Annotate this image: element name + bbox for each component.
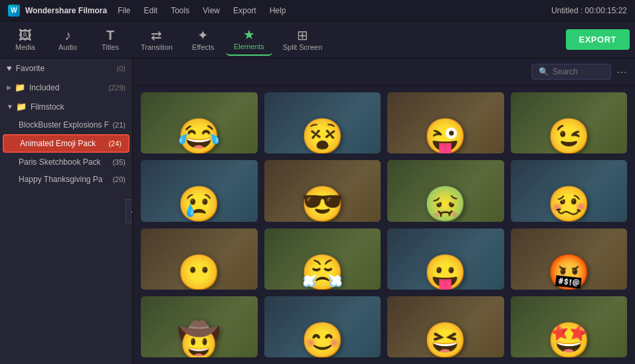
menu-export[interactable]: Export <box>228 5 262 17</box>
menu-view[interactable]: View <box>197 5 225 17</box>
search-box[interactable]: 🔍 <box>531 64 611 80</box>
happy-thanksgiving-count: (20) <box>112 175 126 183</box>
grid-item-3[interactable]: 😜Animated Emoji Pack Ele... <box>387 92 504 153</box>
sidebar-item-filmstock[interactable]: ▼ 📁 Filmstock <box>0 97 132 116</box>
splitscreen-icon: ⊞ <box>297 29 308 42</box>
main-area: ♥ Favorite (0) ▶ 📁 Included (229) ▼ 📁 Fi… <box>0 58 635 364</box>
audio-icon: ♪ <box>64 29 71 42</box>
grid-item-4[interactable]: 😉Animated Emoji Pack Ele... <box>511 92 628 153</box>
tool-titles[interactable]: T Titles <box>90 25 130 55</box>
grid-view-icon[interactable]: ⋯ <box>616 66 627 78</box>
sidebar-item-favorite[interactable]: ♥ Favorite (0) <box>0 58 132 78</box>
emoji-graphic: 😊 <box>301 323 344 357</box>
titles-label: Titles <box>102 43 119 51</box>
tool-media[interactable]: 🖼 Media <box>5 25 45 55</box>
tool-elements[interactable]: ★ Elements <box>226 24 272 56</box>
grid-item-8[interactable]: 🥴Animated Emoji Pack Ele... <box>511 160 628 221</box>
emoji-graphic: 😂 <box>177 119 221 153</box>
blockbuster-count: (21) <box>112 121 126 129</box>
tool-audio[interactable]: ♪ Audio <box>48 25 88 55</box>
menu-edit[interactable]: Edit <box>138 5 163 17</box>
emoji-graphic: 🤢 <box>424 187 467 221</box>
titles-icon: T <box>106 29 114 42</box>
grid-item-14[interactable]: 😊Animated Emoji Pack Ele... <box>264 296 381 357</box>
chevron-down-icon: ▶ <box>7 84 12 91</box>
included-label: Included <box>29 83 106 92</box>
grid-item-10[interactable]: 😤Animated Emoji Pack Ele... <box>264 228 381 290</box>
app-name: Wondershare Filmora <box>25 6 107 15</box>
emoji-graphic: 🤠 <box>177 323 221 357</box>
grid-item-15[interactable]: 😆Animated Emoji Pack Ele... <box>387 296 504 357</box>
transition-icon: ⇄ <box>151 29 162 42</box>
tool-splitscreen[interactable]: ⊞ Split Screen <box>275 25 330 55</box>
project-time: Untitled : 00:00:15:22 <box>551 6 627 15</box>
favorite-count: (0) <box>117 64 126 72</box>
media-icon: 🖼 <box>19 29 32 42</box>
filmstock-label: Filmstock <box>31 102 126 112</box>
toolbar: 🖼 Media ♪ Audio T Titles ⇄ Transition ✦ … <box>0 21 635 58</box>
menu-tools[interactable]: Tools <box>165 5 195 17</box>
sidebar-item-paris-sketchbook[interactable]: Paris Sketchbook Pack (35) <box>0 153 132 171</box>
sidebar-item-included[interactable]: ▶ 📁 Included (229) <box>0 78 132 97</box>
emoji-graphic: 😵 <box>301 119 344 153</box>
media-label: Media <box>15 43 35 51</box>
emoji-graphic: 😶 <box>177 255 221 290</box>
elements-icon: ★ <box>243 28 255 41</box>
chevron-down-icon-filmstock: ▼ <box>7 103 13 110</box>
emoji-graphic: 😉 <box>547 119 590 153</box>
app-logo: W <box>8 5 20 17</box>
transition-label: Transition <box>141 43 173 51</box>
emoji-graphic: 🥴 <box>547 187 590 221</box>
animated-emoji-label: Animated Emoji Pack <box>20 139 108 148</box>
content-grid: 😂Animated Emoji Pack Ele...😵Animated Emo… <box>133 86 635 364</box>
export-button[interactable]: EXPORT <box>566 29 630 50</box>
menu-bar: File Edit Tools View Export Help <box>112 5 291 17</box>
grid-item-7[interactable]: 🤢Animated Emoji Pack Ele... <box>387 160 504 221</box>
emoji-graphic: 😤 <box>301 255 344 290</box>
splitscreen-label: Split Screen <box>283 43 322 51</box>
sidebar: ♥ Favorite (0) ▶ 📁 Included (229) ▼ 📁 Fi… <box>0 58 133 364</box>
grid-item-12[interactable]: 🤬Animated Emoji Pack Ele... <box>511 228 628 290</box>
audio-label: Audio <box>58 43 77 51</box>
search-bar: 🔍 ⋯ <box>133 58 635 86</box>
grid-item-1[interactable]: 😂Animated Emoji Pack Ele... <box>141 92 258 153</box>
emoji-graphic: 😜 <box>424 119 467 153</box>
animated-emoji-count: (24) <box>108 139 122 147</box>
effects-icon: ✦ <box>197 29 209 42</box>
blockbuster-label: BlockBuster Explosions F <box>19 120 112 130</box>
grid-item-13[interactable]: 🤠Animated Emoji Pack Ele... <box>141 296 258 357</box>
search-icon: 🔍 <box>539 67 549 76</box>
menu-file[interactable]: File <box>112 5 136 17</box>
menu-help[interactable]: Help <box>264 5 292 17</box>
included-count: (229) <box>108 84 126 92</box>
grid-item-5[interactable]: 😢Animated Emoji Pack Ele... <box>141 160 258 221</box>
folder-icon-included: 📁 <box>15 82 25 92</box>
titlebar: W Wondershare Filmora File Edit Tools Vi… <box>0 0 635 21</box>
content-area: 🔍 ⋯ 😂Animated Emoji Pack Ele...😵Animated… <box>133 58 635 364</box>
folder-icon-filmstock: 📁 <box>16 102 27 112</box>
sidebar-item-blockbuster[interactable]: BlockBuster Explosions F (21) <box>0 116 132 134</box>
tool-transition[interactable]: ⇄ Transition <box>133 25 181 55</box>
paris-sketchbook-count: (35) <box>112 158 126 166</box>
grid-item-16[interactable]: 🤩Animated Emoji Pack Ele... <box>511 296 628 357</box>
sidebar-item-happy-thanksgiving[interactable]: Happy Thanksgiving Pa (20) <box>0 171 132 188</box>
grid-item-2[interactable]: 😵Animated Emoji Pack Ele... <box>264 92 381 153</box>
search-input[interactable] <box>553 67 606 76</box>
emoji-graphic: 😢 <box>177 187 221 221</box>
emoji-graphic: 😆 <box>424 323 467 357</box>
favorite-label: Favorite <box>16 64 114 73</box>
grid-item-6[interactable]: 😎Animated Emoji Pack Ele... <box>264 160 381 221</box>
emoji-graphic: 😎 <box>301 187 344 221</box>
tool-effects[interactable]: ✦ Effects <box>183 25 223 55</box>
emoji-graphic: 🤬 <box>547 255 590 290</box>
sidebar-item-animated-emoji[interactable]: Animated Emoji Pack (24) <box>3 134 130 153</box>
emoji-graphic: 🤩 <box>547 323 590 357</box>
emoji-graphic: 😛 <box>424 255 467 290</box>
elements-label: Elements <box>234 43 264 50</box>
titlebar-left: W Wondershare Filmora File Edit Tools Vi… <box>8 5 291 17</box>
grid-item-11[interactable]: 😛Animated Emoji Pack Ele... <box>387 228 504 290</box>
happy-thanksgiving-label: Happy Thanksgiving Pa <box>19 175 112 184</box>
paris-sketchbook-label: Paris Sketchbook Pack <box>19 157 112 167</box>
sidebar-collapse-button[interactable]: ‹ <box>126 199 133 223</box>
grid-item-9[interactable]: 😶Animated Emoji Pack Ele... <box>141 228 258 290</box>
